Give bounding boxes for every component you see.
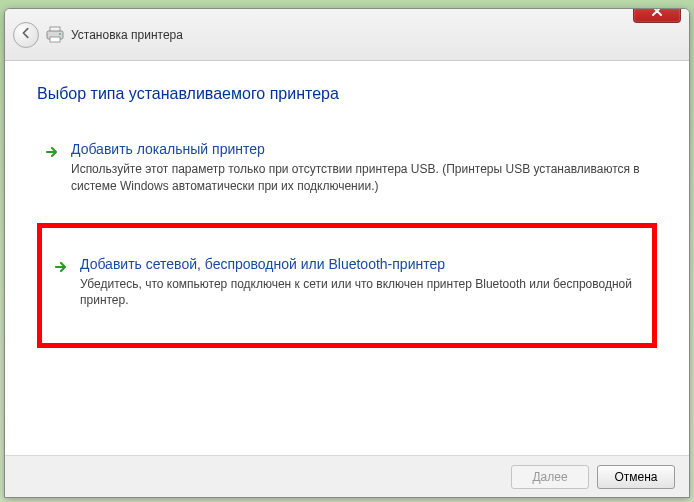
wizard-window: Установка принтера Выбор типа устанавлив… xyxy=(4,8,690,498)
option-title: Добавить сетевой, беспроводной или Bluet… xyxy=(80,256,642,272)
cancel-button[interactable]: Отмена xyxy=(597,465,675,489)
option-title: Добавить локальный принтер xyxy=(71,141,651,157)
arrow-right-icon xyxy=(43,143,61,161)
option-text: Добавить сетевой, беспроводной или Bluet… xyxy=(80,256,642,310)
option-description: Убедитесь, что компьютер подключен к сет… xyxy=(80,276,642,310)
next-button[interactable]: Далее xyxy=(511,465,589,489)
back-button[interactable] xyxy=(13,22,39,48)
back-arrow-icon xyxy=(19,26,33,44)
option-description: Используйте этот параметр только при отс… xyxy=(71,161,651,195)
close-button[interactable] xyxy=(633,8,681,23)
option-network-printer[interactable]: Добавить сетевой, беспроводной или Bluet… xyxy=(37,223,657,349)
title-bar: Установка принтера xyxy=(5,9,689,61)
close-icon xyxy=(652,8,662,19)
window-title: Установка принтера xyxy=(71,28,183,42)
printer-icon xyxy=(45,27,65,43)
footer-bar: Далее Отмена xyxy=(5,455,689,497)
page-heading: Выбор типа устанавливаемого принтера xyxy=(37,85,657,103)
arrow-right-icon xyxy=(52,258,70,276)
content-area: Выбор типа устанавливаемого принтера Доб… xyxy=(5,61,689,455)
svg-point-3 xyxy=(59,33,61,35)
svg-rect-2 xyxy=(50,37,60,42)
option-local-printer[interactable]: Добавить локальный принтер Используйте э… xyxy=(37,133,657,207)
option-text: Добавить локальный принтер Используйте э… xyxy=(71,141,651,195)
